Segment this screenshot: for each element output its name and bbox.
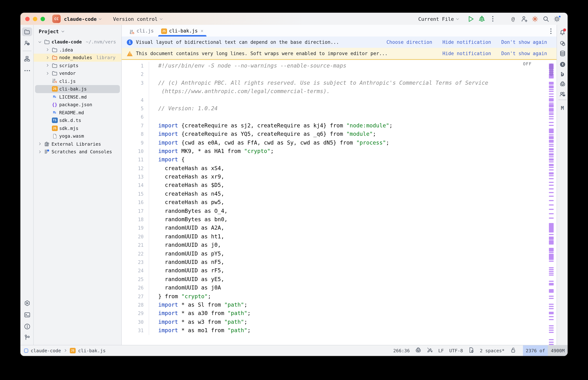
code-line[interactable]: 25 randomUUID as yE5, [122, 275, 557, 284]
database-icon[interactable] [558, 49, 567, 58]
code-line[interactable]: 17 randomBytes as O_4, [122, 207, 557, 215]
code-line[interactable]: 10import MK9, * as HA1 from "crypto"; [122, 147, 557, 156]
banner-link-don-t-show-again[interactable]: Don't show again [501, 39, 547, 45]
close-tab-icon[interactable]: × [201, 28, 203, 33]
editor-tab-cli-js[interactable]: 100JScli.js [126, 25, 157, 37]
x-plugin-icon[interactable]: X [558, 60, 567, 69]
code-line[interactable]: 2 [122, 70, 557, 79]
code-line[interactable]: 16 createHash as pw5, [122, 198, 557, 207]
code-line[interactable]: 13 createHash as xr9, [122, 173, 557, 181]
tree-item-claude-code[interactable]: claude-code~/.nvm/vers [34, 38, 121, 46]
code-line[interactable]: 9import {cwd as e0A, cwd as FfA, cwd as … [122, 138, 557, 147]
chevron-right-icon[interactable] [45, 64, 50, 67]
more-toolwindows-icon[interactable] [22, 66, 32, 75]
chevron-right-icon[interactable] [37, 142, 42, 146]
breadcrumb-file[interactable]: cli-bak.js [78, 348, 106, 353]
problems-icon[interactable] [22, 322, 32, 331]
ai-attach-icon[interactable]: @ [507, 14, 519, 23]
code-line[interactable]: 14 createHash as $D5, [122, 181, 557, 190]
writable-lock-icon[interactable] [510, 347, 516, 354]
terminal-icon[interactable] [22, 310, 32, 319]
editor-tab-cli-bak-js[interactable]: JScli-bak.js× [157, 25, 207, 37]
search-everywhere-icon[interactable] [541, 14, 551, 23]
tree-item-package-json[interactable]: {}package.json [34, 101, 121, 109]
code-editor[interactable]: OFF 1#!/usr/bin/env -S node --no-warning… [122, 60, 557, 345]
robot-plugin-icon[interactable] [558, 79, 567, 88]
code-line[interactable]: 30import * as w3 from "path"; [122, 318, 557, 326]
code-line[interactable]: 29import * as a30 from "path"; [122, 309, 557, 318]
tree-item-sdk-mjs[interactable]: JSsdk.mjs [34, 124, 121, 132]
code-line[interactable]: 31import * as mo1 from "path"; [122, 326, 557, 335]
settings-gear-icon[interactable] [551, 14, 562, 23]
memory-indicator[interactable]: 2376 of4900M [523, 345, 568, 356]
code-line[interactable]: 4 [122, 96, 557, 104]
notifications-bell-icon[interactable] [558, 28, 567, 37]
tree-item-readme-md[interactable]: M↓README.md [34, 109, 121, 116]
code-line[interactable]: 27} from "crypto"; [122, 292, 557, 301]
tree-item-cli-bak-js[interactable]: JScli-bak.js [34, 85, 121, 93]
banner-link-don-t-show-again[interactable]: Don't show again [501, 51, 547, 56]
chevron-down-icon[interactable] [37, 40, 42, 44]
chevron-right-icon[interactable] [45, 56, 50, 59]
breadcrumb-project[interactable]: claude-code [31, 348, 61, 353]
services-icon[interactable] [22, 299, 32, 307]
zoom-window-icon[interactable] [41, 17, 45, 21]
claude-starburst-icon[interactable] [529, 14, 541, 23]
code-line[interactable]: 23 randomUUID as nF5, [122, 258, 557, 267]
code-line[interactable]: 20 randomUUID as ht1, [122, 232, 557, 241]
copilot-status-icon[interactable] [415, 347, 421, 354]
file-settings-icon[interactable] [468, 347, 474, 354]
code-line[interactable]: 3// (c) Anthropic PBC. All rights reserv… [122, 79, 557, 87]
minimize-window-icon[interactable] [33, 17, 37, 21]
scrollbar-thumb[interactable] [549, 63, 553, 76]
indent-setting[interactable]: 2 spaces* [480, 348, 505, 353]
editor-scrollbar[interactable] [549, 60, 554, 345]
tree-item-scripts[interactable]: scripts [34, 61, 121, 69]
d-plugin-icon[interactable] [558, 70, 567, 78]
code-line[interactable]: 18 randomBytes as bn0, [122, 215, 557, 224]
chevron-right-icon[interactable] [45, 48, 50, 52]
add-user-icon[interactable] [519, 14, 529, 23]
code-line[interactable]: 19 randomUUID as A2A, [122, 224, 557, 232]
ai-assistant-icon[interactable] [558, 39, 567, 47]
m-plugin-icon[interactable]: M [558, 104, 567, 113]
caret-position[interactable]: 266:36 [393, 348, 410, 353]
banner-link-choose-direction[interactable]: Choose direction [386, 39, 432, 45]
inspections-disabled-icon[interactable] [427, 347, 433, 354]
code-line[interactable]: 22 randomUUID as pY5, [122, 249, 557, 258]
code-line[interactable]: 5// Version: 1.0.24 [122, 104, 557, 113]
people-chat-icon[interactable] [558, 90, 567, 98]
file-encoding[interactable]: UTF-8 [449, 348, 463, 353]
code-line[interactable]: 28import * as Sl from "path"; [122, 301, 557, 309]
project-panel-header[interactable]: Project [34, 25, 121, 38]
banner-link-hide-notification[interactable]: Hide notification [442, 39, 491, 45]
run-icon[interactable] [465, 14, 476, 23]
git-branch-icon[interactable] [22, 333, 32, 342]
code-line[interactable]: 21 randomUUID as j0, [122, 241, 557, 249]
code-line[interactable]: 7import {createRequire as sj2, createReq… [122, 121, 557, 130]
code-line[interactable]: 26 randomUUID as j0A [122, 284, 557, 292]
code-line[interactable]: 11import { [122, 156, 557, 164]
tab-options-icon[interactable] [550, 28, 551, 34]
tree-item-sdk-d-ts[interactable]: TSsdk.d.ts [34, 116, 121, 124]
tree-item-scratches-and-consoles[interactable]: Scratches and Consoles [34, 148, 121, 156]
debug-icon[interactable] [476, 14, 487, 23]
code-line[interactable]: 24 randomUUID as rF5, [122, 267, 557, 275]
line-separator[interactable]: LF [438, 348, 444, 353]
chevron-right-icon[interactable] [45, 72, 50, 75]
code-line[interactable]: 12 createHash as xS4, [122, 164, 557, 173]
project-menu-button[interactable]: claude-code [64, 16, 102, 22]
tree-item--idea[interactable]: .idea [34, 46, 121, 54]
close-window-icon[interactable] [25, 17, 30, 21]
people-help-icon[interactable]: ? [22, 39, 32, 47]
tree-item-external-libraries[interactable]: External Libraries [34, 140, 121, 148]
code-line[interactable]: 8import {createRequire as YQ5, createReq… [122, 130, 557, 138]
more-actions-icon[interactable] [487, 14, 498, 23]
structure-icon[interactable] [22, 54, 32, 63]
tree-item-node-modules[interactable]: node_moduleslibrary [34, 54, 121, 61]
tree-item-vendor[interactable]: vendor [34, 69, 121, 77]
banner-link-hide-notification[interactable]: Hide notification [442, 51, 491, 56]
run-configuration-selector[interactable]: Current File [418, 16, 459, 22]
tree-item-cli-js[interactable]: 100JScli.js [34, 77, 121, 85]
code-line[interactable]: 1#!/usr/bin/env -S node --no-warnings --… [122, 62, 557, 70]
